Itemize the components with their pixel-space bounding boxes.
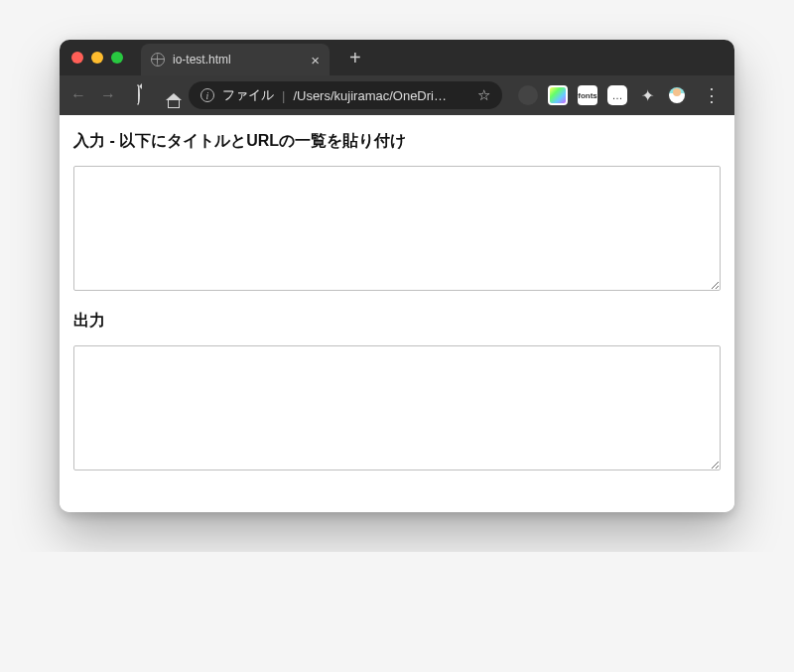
extension-speech-icon[interactable]: … — [607, 85, 627, 105]
reload-button[interactable] — [129, 86, 147, 104]
output-textarea[interactable] — [73, 345, 721, 470]
forward-button[interactable]: → — [99, 86, 117, 104]
browser-window: io-test.html × + ← → i ファイル | /Users/kuj… — [60, 40, 734, 512]
tab-bar: io-test.html × + — [60, 40, 734, 75]
window-minimize-button[interactable] — [91, 52, 103, 64]
input-heading: 入力 - 以下にタイトルとURLの一覧を貼り付け — [73, 131, 721, 152]
extension-bulb-icon[interactable] — [518, 85, 538, 105]
extensions-menu-icon[interactable]: ✦ — [637, 85, 657, 105]
input-textarea[interactable] — [73, 166, 721, 291]
browser-toolbar: ← → i ファイル | /Users/kujiramac/OneDri… ☆ … — [60, 75, 734, 115]
window-close-button[interactable] — [71, 52, 83, 64]
address-path: /Users/kujiramac/OneDri… — [293, 88, 447, 103]
tab-close-button[interactable]: × — [311, 53, 320, 67]
address-separator: | — [282, 88, 285, 103]
globe-icon — [151, 53, 165, 67]
tab-title: io-test.html — [173, 53, 303, 67]
window-zoom-button[interactable] — [111, 52, 123, 64]
browser-tab[interactable]: io-test.html × — [141, 44, 330, 75]
bookmark-star-icon[interactable]: ☆ — [477, 86, 490, 104]
extension-icons: fonts … ✦ — [514, 85, 687, 105]
page-content: 入力 - 以下にタイトルとURLの一覧を貼り付け 出力 — [60, 115, 734, 512]
address-bar[interactable]: i ファイル | /Users/kujiramac/OneDri… ☆ — [189, 81, 502, 109]
window-controls — [71, 52, 123, 64]
site-info-icon[interactable]: i — [200, 88, 214, 102]
address-scheme: ファイル — [222, 86, 274, 104]
back-button[interactable]: ← — [69, 86, 87, 104]
reload-icon — [136, 84, 140, 105]
extension-fonts-icon[interactable]: fonts — [578, 85, 597, 105]
output-heading: 出力 — [73, 311, 721, 332]
extension-rainbow-icon[interactable] — [548, 85, 568, 105]
new-tab-button[interactable]: + — [345, 48, 365, 67]
profile-avatar-icon[interactable] — [667, 85, 687, 105]
browser-menu-button[interactable]: ⋮ — [699, 84, 725, 106]
